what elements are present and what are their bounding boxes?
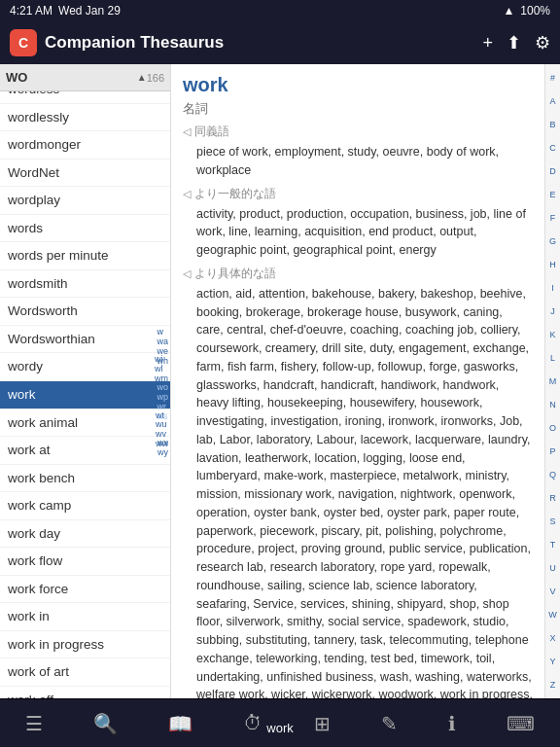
sidebar-item-label: work animal [8, 415, 78, 430]
sidebar-item-label: words per minute [8, 248, 109, 263]
sidebar-item-label: words [8, 221, 43, 235]
sidebar-item-label: Wordsworth [8, 303, 78, 318]
sidebar-item[interactable]: wordsmith [0, 270, 170, 299]
grid-button[interactable]: ⊞ [306, 708, 338, 739]
alpha-letter-h[interactable]: H [549, 260, 556, 270]
alpha-letter-q[interactable]: Q [549, 470, 556, 480]
alpha-letter-c[interactable]: C [549, 143, 556, 154]
sidebar-item[interactable]: work in [0, 603, 170, 631]
sidebar-item[interactable]: work force [0, 576, 170, 604]
alpha-letter-m[interactable]: M [549, 376, 557, 387]
status-day: Wed Jan 29 [58, 4, 121, 18]
search-button[interactable]: 🔍 [86, 708, 125, 739]
alpha-letter-g[interactable]: G [549, 236, 556, 247]
sidebar-item-label: work in [8, 609, 50, 623]
sidebar-item[interactable]: work flow [0, 548, 170, 576]
alpha-letter-s[interactable]: S [549, 516, 555, 527]
alpha-letter-k[interactable]: K [549, 330, 555, 340]
sidebar-item-label: work [8, 387, 36, 402]
sidebar-item[interactable]: wordless [0, 91, 170, 104]
sidebar-header: WO ▲ 166 [0, 64, 170, 91]
alpha-letter-d[interactable]: D [549, 166, 556, 177]
sidebar-item[interactable]: WordNet [0, 160, 170, 188]
alpha-letter-a[interactable]: A [549, 96, 555, 107]
main-content: WO ▲ 166 wordlesswordlesslywordmongerWor… [0, 64, 560, 698]
alpha-letter-v[interactable]: V [549, 587, 555, 597]
sidebar-item[interactable]: Wordsworthianw wa we wh [0, 326, 170, 354]
sidebar-item[interactable]: words per minute [0, 242, 170, 270]
alpha-letter-z[interactable]: Z [550, 680, 556, 691]
sidebar-item[interactable]: work day [0, 520, 170, 549]
settings-button[interactable]: ⚙ [535, 32, 550, 53]
sidebar-prefix: WO [6, 70, 137, 85]
sidebar-item[interactable]: words [0, 215, 170, 243]
sidebar-item-label: work at [8, 443, 51, 457]
alpha-letter-r[interactable]: R [549, 493, 556, 504]
alpha-letter-j[interactable]: J [550, 306, 555, 317]
sort-triangle-icon: ▲ [137, 72, 147, 83]
sidebar-item-label: WordNet [8, 165, 59, 180]
noun-section-content: piece of work, employment, study, oeuvre… [196, 143, 533, 180]
alpha-letter-f[interactable]: F [550, 213, 556, 224]
alpha-letter-b[interactable]: B [549, 120, 555, 130]
sidebar-item[interactable]: work bench [0, 465, 170, 493]
add-button[interactable]: + [482, 33, 493, 53]
alpha-letter-w[interactable]: W [548, 610, 557, 621]
sidebar-item[interactable]: wordmonger [0, 131, 170, 160]
edit-button[interactable]: ✎ [373, 708, 405, 739]
library-button[interactable]: 📖 [160, 708, 200, 739]
status-time: 4:21 AM [10, 4, 52, 18]
alpha-letter-e[interactable]: E [549, 190, 555, 200]
sidebar-item[interactable]: work of art [0, 658, 170, 687]
noun-section-label: ◁より具体的な語 [183, 266, 533, 282]
share-button[interactable]: ⬆ [507, 32, 521, 53]
sidebar-item[interactable]: wordywi wl wm wn [0, 353, 170, 381]
bottom-toolbar: ☰🔍📖⏱⊞✎ℹ⌨ work [0, 698, 560, 747]
sidebar-item[interactable]: wordplay [0, 187, 170, 215]
info-button[interactable]: ℹ [440, 708, 464, 739]
alpha-letter-u[interactable]: U [549, 563, 556, 574]
wifi-icon: ▲ [503, 4, 514, 18]
sidebar-item[interactable]: work off [0, 687, 170, 698]
sidebar-item-label: wordlessly [8, 110, 69, 124]
sidebar-item[interactable]: work in progress [0, 631, 170, 659]
entry-headword: work [183, 74, 533, 96]
sidebar-item[interactable]: wordlessly [0, 104, 170, 132]
alpha-letter-t[interactable]: T [550, 540, 556, 551]
alpha-letter-p[interactable]: P [549, 446, 555, 457]
sidebar-item-label: wordplay [8, 193, 60, 207]
sidebar-item-label: work day [8, 526, 60, 541]
sidebar-item[interactable]: Wordsworth [0, 298, 170, 326]
alpha-letter-l[interactable]: L [550, 353, 555, 364]
sidebar-item-label: work bench [8, 471, 75, 485]
alpha-letter-#[interactable]: # [550, 73, 555, 84]
sidebar-item-label: wordsmith [8, 276, 68, 291]
sidebar-list: wordlesswordlesslywordmongerWordNetwordp… [0, 91, 170, 698]
history-button[interactable]: ⏱ [235, 708, 270, 738]
word-list-sidebar: WO ▲ 166 wordlesswordlesslywordmongerWor… [0, 64, 171, 698]
sidebar-item-label: work flow [8, 553, 62, 568]
sidebar-count: 166 [147, 72, 164, 84]
alpha-letter-x[interactable]: X [549, 633, 555, 644]
alpha-letter-i[interactable]: I [551, 283, 554, 294]
sidebar-item[interactable]: work animalwt wu wv ww [0, 409, 170, 438]
sidebar-item[interactable]: work camp [0, 492, 170, 520]
sidebar-item-label: work camp [8, 498, 71, 513]
sidebar-item[interactable]: work atwx wy [0, 437, 170, 465]
sidebar-item-label: wordy [8, 359, 43, 374]
sidebar-item-label: work force [8, 582, 68, 596]
sidebar-item-label: wordless [8, 91, 59, 96]
noun-section-label: ◁同義語 [183, 124, 533, 140]
sidebar-sub-indicator: wx wy [158, 439, 168, 458]
status-bar-right: ▲ 100% [503, 4, 550, 18]
alpha-letter-n[interactable]: N [549, 400, 556, 410]
alpha-letter-o[interactable]: O [549, 423, 556, 434]
entry-content: work 名詞 ◁同義語piece of work, employment, s… [171, 64, 544, 698]
sidebar-item[interactable]: workwo wp wr ws [0, 381, 170, 409]
noun-section-label: ◁より一般的な語 [183, 186, 533, 202]
keyboard-button[interactable]: ⌨ [499, 708, 542, 739]
alpha-letter-y[interactable]: Y [549, 657, 555, 667]
app-header: C Companion Thesaurus + ⬆ ⚙ [0, 21, 560, 64]
menu-button[interactable]: ☰ [18, 708, 51, 739]
noun-pos-label: 名詞 [183, 100, 533, 118]
